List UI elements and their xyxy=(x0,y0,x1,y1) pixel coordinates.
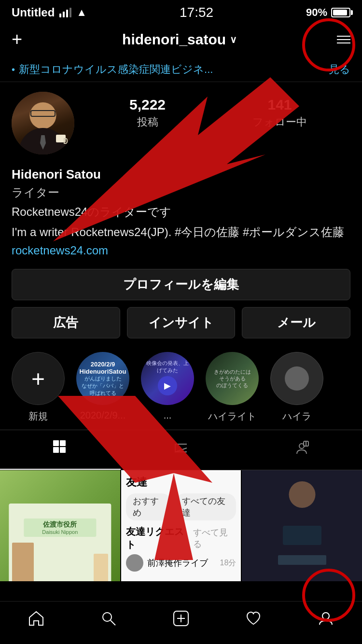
chevron-down-icon: ∨ xyxy=(230,34,237,45)
bio-job: ライター xyxy=(12,185,350,200)
menu-line-1 xyxy=(337,36,350,37)
clock: 17:52 xyxy=(180,5,213,20)
story-1-label: 2020/2/9... xyxy=(80,410,126,421)
story-item-1[interactable]: 2020/2/9HidenuoriSatou がんばりましたなぜか「パパ」と呼ば… xyxy=(76,352,129,423)
content-tab-bar xyxy=(0,430,362,470)
nav-home[interactable] xyxy=(17,608,56,632)
grid-cell-1[interactable]: 佐渡市役所 Daisuki Nippon xyxy=(0,470,120,581)
tag-all-friends[interactable]: すべての友達 xyxy=(175,493,237,520)
friend-request-title: 友達リクエスト xyxy=(126,525,193,551)
story-item-2[interactable]: 映像会の発表、上げてみた ▶ ... xyxy=(141,352,194,423)
nav-search[interactable] xyxy=(89,608,128,632)
stories-row: + 新規 2020/2/9HidenuoriSatou がんばりましたなぜか「パ… xyxy=(0,345,362,430)
home-icon xyxy=(28,610,44,630)
svg-point-12 xyxy=(103,613,111,621)
tab-grid[interactable] xyxy=(0,430,121,470)
story-2-label: ... xyxy=(164,410,172,421)
secondary-buttons-row: 広告 インサイト メール xyxy=(12,307,350,338)
tag-recommended[interactable]: おすすめ xyxy=(126,493,171,520)
avatar[interactable] xyxy=(12,92,74,154)
mail-button[interactable]: メール xyxy=(242,307,350,338)
hamburger-menu-button[interactable] xyxy=(337,36,350,43)
edit-profile-button[interactable]: プロフィールを編集 xyxy=(12,269,350,300)
battery-icon xyxy=(331,8,350,17)
story-item-4[interactable]: ハイラ xyxy=(270,352,323,423)
profile-header: 5,222 投稿 141 フォロー中 xyxy=(0,82,362,159)
video-icon xyxy=(173,440,189,460)
bottom-nav xyxy=(0,601,362,644)
see-all-requests[interactable]: すべて見る xyxy=(193,527,236,550)
svg-rect-3 xyxy=(60,447,66,453)
new-post-button[interactable]: + xyxy=(12,29,22,50)
story-new-label: 新規 xyxy=(28,410,48,423)
action-buttons: プロフィールを編集 広告 インサイト メール xyxy=(0,262,362,345)
display-name: Hidenori Satou xyxy=(12,167,350,182)
svg-rect-1 xyxy=(60,440,66,446)
tab-tagged[interactable] xyxy=(241,430,362,470)
bio-description-1: Rocketnews24のライターです xyxy=(12,203,350,221)
banner-text: 新型コロナウイルス感染症関連ビジネ... xyxy=(19,62,325,77)
username-label: hidenori_satou xyxy=(122,31,226,48)
tab-video[interactable] xyxy=(121,430,241,470)
top-nav: + hidenori_satou ∨ xyxy=(0,24,362,57)
website-link[interactable]: rocketnews24.com xyxy=(12,244,350,257)
photo-grid: 佐渡市役所 Daisuki Nippon 友達 おすすめ すべての友達 友達リク… xyxy=(0,470,362,581)
status-bar: Untitled ▲ 17:52 90% xyxy=(0,0,362,24)
search-icon xyxy=(100,610,117,630)
menu-line-3 xyxy=(337,42,350,43)
tag-person-icon xyxy=(294,440,309,460)
friend-name: 前澤掩作ライブ xyxy=(147,557,208,569)
app-title: Untitled xyxy=(12,6,55,19)
grid-cell-2[interactable]: 友達 おすすめ すべての友達 友達リクエスト すべて見る 前澤掩作ライブ 18分 xyxy=(121,470,241,581)
following-count: 141 xyxy=(252,97,307,113)
story-3-label: ハイライト xyxy=(208,410,256,423)
story-4-label: ハイラ xyxy=(282,410,311,423)
bio-description-2: I'm a writer Rocketnews24(JP). #今日の佐藤 #ポ… xyxy=(12,224,350,241)
nav-post[interactable] xyxy=(162,608,200,632)
following-label: フォロー中 xyxy=(252,115,307,129)
grid-icon xyxy=(53,440,68,459)
posts-stat: 5,222 投稿 xyxy=(129,97,166,129)
banner-dot-icon: • xyxy=(12,64,15,75)
posts-label: 投稿 xyxy=(129,115,166,129)
profile-icon xyxy=(318,610,334,630)
info-banner[interactable]: • 新型コロナウイルス感染症関連ビジネ... 見る xyxy=(0,57,362,82)
svg-rect-2 xyxy=(53,447,59,453)
following-stat: 141 フォロー中 xyxy=(252,97,307,129)
svg-point-17 xyxy=(322,613,329,619)
username-selector[interactable]: hidenori_satou ∨ xyxy=(122,31,237,48)
svg-rect-0 xyxy=(53,440,59,446)
story-item-3[interactable]: きがめのたにはそうがあるのぼうてくる ハイライト xyxy=(206,352,259,423)
friend-time: 18分 xyxy=(220,558,237,568)
add-post-icon xyxy=(173,610,189,630)
nav-profile[interactable] xyxy=(306,608,345,632)
battery-percent: 90% xyxy=(306,6,327,19)
insight-button[interactable]: インサイト xyxy=(127,307,236,338)
grid-cell-3[interactable] xyxy=(242,470,362,581)
friends-card-title: 友達 xyxy=(126,475,237,490)
svg-line-13 xyxy=(111,620,115,625)
posts-count: 5,222 xyxy=(129,97,166,113)
add-story-icon: + xyxy=(31,365,45,392)
heart-icon xyxy=(245,610,262,630)
stats-row: 5,222 投稿 141 フォロー中 xyxy=(86,92,350,129)
ad-button[interactable]: 広告 xyxy=(12,307,120,338)
wifi-icon: ▲ xyxy=(76,6,87,19)
bio-section: Hidenori Satou ライター Rocketnews24のライターです … xyxy=(0,159,362,262)
nav-activity[interactable] xyxy=(234,608,273,632)
story-add-new[interactable]: + 新規 xyxy=(12,352,65,423)
banner-link[interactable]: 見る xyxy=(329,62,350,77)
signal-icon xyxy=(59,8,71,17)
menu-line-2 xyxy=(337,39,350,40)
